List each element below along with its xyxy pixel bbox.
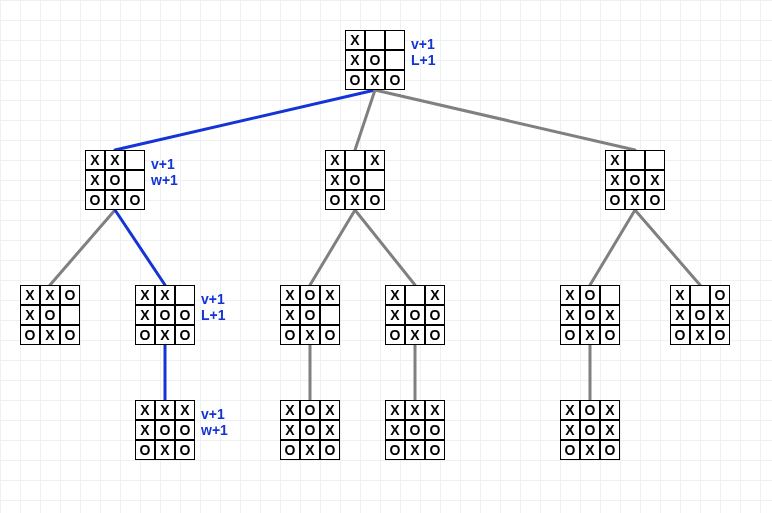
board-cell: O — [580, 305, 600, 325]
board-cell: X — [600, 400, 620, 420]
tictactoe-board: XXXOOOXO — [135, 285, 195, 345]
tictactoe-board: XOXOXOXO — [670, 285, 730, 345]
board-cell: X — [385, 400, 405, 420]
tictactoe-board: XOXXOXOXO — [280, 400, 340, 460]
tictactoe-board: XXXXOOOXO — [385, 400, 445, 460]
board-cell: O — [125, 190, 145, 210]
board-cell: X — [105, 190, 125, 210]
board-cell: O — [60, 285, 80, 305]
game-state-node: XXOOXOv+1 L+1 — [345, 30, 436, 90]
board-cell: O — [710, 285, 730, 305]
board-cell: X — [605, 170, 625, 190]
board-cell — [645, 150, 665, 170]
board-cell: X — [385, 420, 405, 440]
board-cell: X — [175, 400, 195, 420]
board-cell: O — [670, 325, 690, 345]
board-cell: O — [175, 440, 195, 460]
board-cell: X — [405, 400, 425, 420]
board-cell — [320, 305, 340, 325]
board-cell: X — [345, 30, 365, 50]
board-cell: X — [135, 400, 155, 420]
tictactoe-board: XXOOXO — [345, 30, 405, 90]
board-cell — [125, 150, 145, 170]
board-cell: X — [405, 440, 425, 460]
board-cell: O — [175, 305, 195, 325]
tree-edge — [310, 210, 355, 285]
tree-edge — [355, 90, 375, 150]
tictactoe-board: XXXOOOXO — [385, 285, 445, 345]
node-annotation: v+1 L+1 — [411, 36, 436, 68]
board-cell: O — [365, 190, 385, 210]
board-cell: O — [105, 170, 125, 190]
board-cell: O — [425, 420, 445, 440]
board-cell: X — [560, 285, 580, 305]
board-cell: O — [175, 420, 195, 440]
board-cell: O — [690, 305, 710, 325]
board-cell: X — [605, 150, 625, 170]
tree-edge — [50, 210, 115, 285]
board-cell: X — [325, 150, 345, 170]
board-cell: X — [40, 325, 60, 345]
board-cell: X — [385, 285, 405, 305]
board-cell — [385, 30, 405, 50]
board-cell — [125, 170, 145, 190]
board-cell: O — [175, 325, 195, 345]
game-state-node: XXOXOOXO — [20, 285, 80, 345]
board-cell: O — [645, 190, 665, 210]
board-cell: O — [425, 440, 445, 460]
board-cell: O — [385, 70, 405, 90]
board-cell: X — [365, 70, 385, 90]
board-cell: X — [105, 150, 125, 170]
board-cell: X — [85, 150, 105, 170]
tictactoe-board: XXOXOOXO — [20, 285, 80, 345]
tictactoe-board: XOXOXOXO — [560, 285, 620, 345]
board-cell: O — [40, 305, 60, 325]
game-state-node: XXXOOOXO — [385, 285, 445, 345]
tree-edge — [590, 210, 635, 285]
board-cell: X — [280, 400, 300, 420]
game-state-node: XXXXOOOXO — [385, 400, 445, 460]
board-cell: X — [300, 325, 320, 345]
board-cell: X — [155, 285, 175, 305]
board-cell: X — [425, 400, 445, 420]
game-state-node: XXXOOOXOv+1 L+1 — [135, 285, 226, 345]
board-cell: X — [280, 305, 300, 325]
board-cell: O — [280, 325, 300, 345]
tree-edge — [375, 90, 635, 150]
board-cell: O — [280, 440, 300, 460]
board-cell: X — [405, 325, 425, 345]
board-cell — [60, 305, 80, 325]
board-cell: X — [560, 420, 580, 440]
board-cell: O — [405, 420, 425, 440]
tictactoe-board: XXXOOXO — [85, 150, 145, 210]
board-cell: O — [425, 305, 445, 325]
board-cell: O — [600, 325, 620, 345]
board-cell: X — [690, 325, 710, 345]
board-cell — [385, 50, 405, 70]
tictactoe-board: XOXXOOXO — [280, 285, 340, 345]
board-cell — [345, 150, 365, 170]
board-cell: O — [320, 440, 340, 460]
board-cell: O — [345, 70, 365, 90]
board-cell: X — [625, 190, 645, 210]
board-cell: X — [580, 325, 600, 345]
board-cell: O — [560, 440, 580, 460]
board-cell: X — [365, 150, 385, 170]
game-state-node: XOXXOOXO — [280, 285, 340, 345]
board-cell — [625, 150, 645, 170]
board-cell: X — [155, 400, 175, 420]
board-cell — [690, 285, 710, 305]
tictactoe-board: XXOXOXO — [605, 150, 665, 210]
board-cell: X — [600, 420, 620, 440]
board-cell: O — [60, 325, 80, 345]
tree-edge-highlight — [115, 210, 165, 285]
board-cell: X — [320, 285, 340, 305]
board-cell — [405, 285, 425, 305]
board-cell: X — [155, 440, 175, 460]
board-cell: X — [155, 325, 175, 345]
board-cell: O — [20, 325, 40, 345]
board-cell: O — [300, 305, 320, 325]
node-annotation: v+1 w+1 — [201, 406, 228, 438]
board-cell: X — [345, 190, 365, 210]
board-cell: X — [600, 305, 620, 325]
